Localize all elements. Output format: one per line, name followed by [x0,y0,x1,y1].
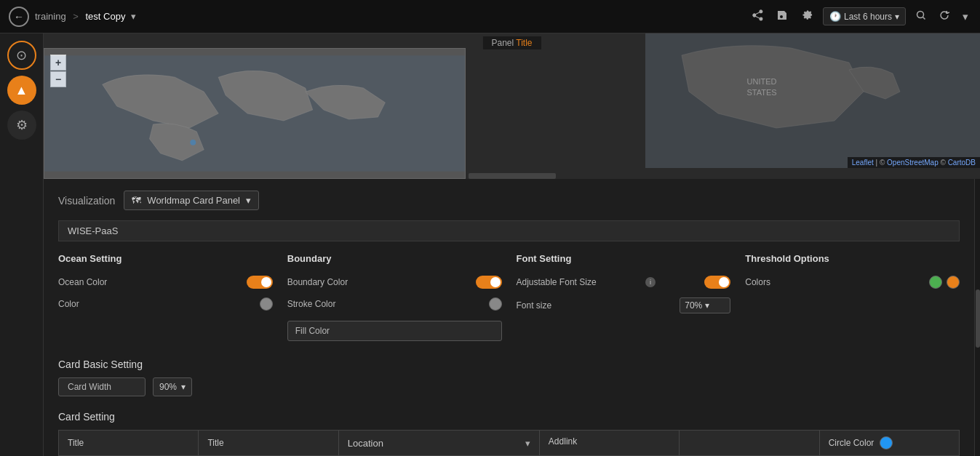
breadcrumb: training > test Copy ▾ [35,11,136,22]
threshold-color-orange[interactable] [947,276,960,289]
section-name: WISE-PaaS [68,225,118,236]
map-right: UNITED STATES Leaflet | © OpenStreetMap … [645,33,980,168]
font-size-dropdown-icon: ▾ [705,300,709,311]
adjustable-font-toggle[interactable] [704,276,730,289]
map-left: + − [44,48,466,179]
settings-button[interactable] [798,7,816,26]
boundary-color-toggle[interactable] [476,276,502,289]
time-selector-dropdown-icon: ▾ [895,12,899,22]
main-layout: ⊙ ▲ ⚙ Panel Title + − [0,33,980,456]
threshold-group: Threshold Options Colors [745,253,960,341]
time-selector-label: Last 6 hours [844,12,892,22]
ocean-color-swatch-label: Color [58,299,79,309]
font-size-label: Font size [517,300,552,311]
stroke-color-swatch[interactable] [489,297,502,311]
card-width-value: 90% [159,382,177,392]
ocean-color-swatch[interactable] [260,297,273,311]
viz-dropdown[interactable]: 🗺 Worldmap Card Panel ▾ [124,191,259,210]
chart-icon: ▲ [15,83,28,98]
section-header: WISE-PaaS [58,220,960,241]
ocean-color-swatch-row: Color [58,297,273,311]
clock-icon: 🕐 [829,11,841,22]
font-setting-group: Font Setting Adjustable Font Size i [517,253,731,341]
card-width-dropdown-icon: ▾ [181,382,186,392]
map-drag-handle[interactable] [469,173,556,179]
stroke-color-label: Stroke Color [287,299,336,309]
colors-label: Colors [745,277,770,287]
card-width-select[interactable]: 90% ▾ [153,377,192,396]
ocean-color-toggle[interactable] [247,276,273,289]
card-col-location[interactable]: Location ▾ [339,431,540,455]
map-visualization [44,49,465,178]
card-setting-section: Card Setting Title Location ▾ [58,411,960,456]
card-addlink-input[interactable] [688,438,810,448]
viz-map-icon: 🗺 [132,195,141,206]
viz-dropdown-arrow: ▾ [246,195,251,206]
stroke-color-row: Stroke Color [287,297,502,311]
layers-icon: ⊙ [16,47,27,63]
sidebar-item-gear[interactable]: ⚙ [7,111,36,140]
font-size-select[interactable]: 70% ▾ [680,297,730,313]
save-button[interactable] [773,7,791,26]
nav-dropdown-button[interactable]: ▾ [960,7,971,26]
search-button[interactable] [913,7,929,25]
left-sidebar: ⊙ ▲ ⚙ [0,33,44,456]
time-selector[interactable]: 🕐 Last 6 hours ▾ [823,7,906,25]
svg-text:UNITED: UNITED [747,77,777,86]
content-area: Panel Title + − [44,33,980,456]
breadcrumb-base: training [35,11,66,22]
boundary-title: Boundary [287,253,502,264]
threshold-color-green[interactable] [929,276,942,289]
right-scrollbar[interactable] [974,179,980,456]
card-title-input[interactable] [207,438,329,448]
card-col-addlink-empty[interactable] [680,431,819,455]
svg-point-0 [917,12,924,18]
font-size-value: 70% [685,300,702,311]
location-dropdown-icon: ▾ [525,438,530,449]
panel-title-prefix: Panel [491,38,516,48]
share-button[interactable] [749,7,766,26]
ocean-setting-group: Ocean Setting Ocean Color Color [58,253,273,341]
card-basic-section: Card Basic Setting Card Width 90% ▾ [58,359,960,396]
sidebar-item-layers[interactable]: ⊙ [7,41,36,70]
fill-color-label: Fill Color [295,326,330,336]
nav-right: 🕐 Last 6 hours ▾ ▾ [749,7,971,26]
font-size-row: Font size 70% ▾ [517,297,731,313]
card-basic-title: Card Basic Setting [58,359,960,370]
svg-text:STATES: STATES [746,88,776,97]
font-setting-title: Font Setting [517,253,731,264]
viz-selector: Visualization 🗺 Worldmap Card Panel ▾ [58,191,960,210]
circle-color-swatch[interactable] [880,436,893,449]
card-width-label: Card Width [58,377,146,396]
threshold-title: Threshold Options [745,253,960,264]
panel-title-highlight: Title [516,38,532,48]
nav-left: ← training > test Copy ▾ [9,7,136,27]
colors-row: Colors [745,276,960,289]
circle-color-label: Circle Color [829,438,875,448]
ocean-color-label: Ocean Color [58,277,107,287]
card-col-title-input[interactable] [199,431,338,455]
threshold-colors [929,276,960,289]
card-width-row: Card Width 90% ▾ [58,377,960,396]
card-title-col-label: Title [68,438,84,448]
info-icon[interactable]: i [645,277,656,287]
viz-selected: Worldmap Card Panel [147,195,240,206]
refresh-button[interactable] [936,7,952,25]
breadcrumb-dropdown-icon[interactable]: ▾ [131,11,136,22]
breadcrumb-sep: > [73,11,79,22]
adjustable-font-label: Adjustable Font Size [517,277,597,287]
breadcrumb-current: test Copy [85,11,125,22]
back-button[interactable]: ← [9,7,29,27]
scrollbar-thumb [976,289,980,348]
gear-icon: ⚙ [16,117,28,133]
panel-title-bar: Panel Title [482,36,541,49]
settings-panel: Visualization 🗺 Worldmap Card Panel ▾ WI… [44,179,974,456]
fill-color-row: Fill Color [287,321,502,341]
ocean-setting-title: Ocean Setting [58,253,273,264]
card-col-title: Title [59,431,199,455]
sidebar-item-chart[interactable]: ▲ [7,76,36,105]
boundary-color-label: Boundary Color [287,277,348,287]
map-right-visualization: UNITED STATES [645,33,980,168]
card-setting-title: Card Setting [58,411,960,423]
viz-label: Visualization [58,195,115,207]
